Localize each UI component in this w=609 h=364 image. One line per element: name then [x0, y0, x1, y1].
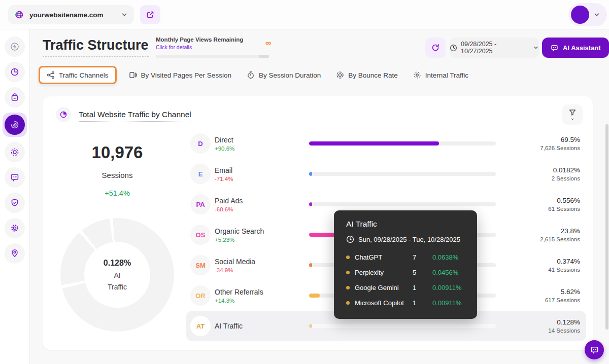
tooltip-row: ChatGPT 7 0.0638%: [346, 249, 467, 265]
traffic-donut-chart[interactable]: 0.128% AI Traffic: [60, 218, 174, 332]
clock-icon: [346, 235, 354, 243]
bullet-icon: [346, 286, 350, 289]
sidebar: [0, 29, 30, 364]
channel-bar: [309, 172, 496, 176]
pie-icon: [56, 107, 71, 122]
tab-visited-pages[interactable]: By Visited Pages Per Session: [126, 66, 234, 84]
tooltip-row: Microsoft Copilot 1 0.00911%: [346, 295, 467, 310]
traffic-radar-icon: [5, 115, 25, 135]
channel-bar: [309, 202, 496, 206]
tab-traffic-channels[interactable]: Traffic Channels: [39, 66, 117, 84]
tab-label: By Bounce Rate: [348, 71, 398, 79]
channel-bar: [309, 324, 496, 328]
channel-percent: 5.62%: [504, 288, 580, 296]
bullet-icon: [346, 271, 350, 274]
channel-name: AI Traffic: [215, 322, 301, 330]
external-link-icon: [146, 11, 154, 19]
channel-avatar: OS: [190, 225, 211, 245]
ai-assistant-button[interactable]: AI Assistant: [542, 38, 609, 58]
record-icon: [10, 147, 20, 157]
funnel-icon: [568, 108, 577, 117]
sidebar-item-ecommerce[interactable]: [5, 87, 25, 107]
sessions-summary: 10,976 Sessions +51.4%: [66, 143, 168, 197]
refresh-button[interactable]: [425, 38, 446, 58]
vertical-scrollbar[interactable]: [605, 124, 608, 330]
main-content: Traffic Structure Monthly Page Views Rem…: [30, 29, 609, 364]
channel-name: Organic Search: [215, 227, 301, 235]
shield-check-icon: [10, 198, 20, 208]
refresh-icon: [431, 43, 440, 52]
tab-session-duration[interactable]: By Session Duration: [244, 66, 324, 84]
quota-progress-used: [259, 55, 269, 58]
pie-chart-icon: [10, 67, 20, 77]
channel-percent: 69.5%: [504, 136, 580, 143]
channel-sessions: 2,615 Sessions: [504, 236, 580, 242]
card-title: Total Website Traffic by Channel: [79, 110, 191, 122]
channel-name: Social Media: [215, 258, 301, 266]
channel-percent: 0.128%: [504, 318, 580, 326]
open-site-button[interactable]: [140, 5, 160, 24]
chevron-down-icon: [121, 11, 128, 18]
bullet-icon: [346, 256, 350, 259]
sidebar-collapse-button[interactable]: [5, 37, 25, 57]
channel-avatar: OR: [190, 285, 211, 306]
bullet-icon: [346, 301, 350, 305]
globe-icon: [14, 10, 24, 20]
chevron-down-icon: [533, 45, 539, 51]
quota-label: Monthly Page Views Remaining: [156, 37, 274, 43]
sidebar-item-traffic-active[interactable]: [3, 113, 27, 137]
donut-center-line2: Traffic: [108, 283, 127, 291]
chat-bubble-icon: [10, 172, 20, 183]
chat-bubble-icon: [590, 345, 599, 355]
channel-change: +14.3%: [215, 298, 301, 304]
tab-label: Traffic Channels: [59, 71, 109, 79]
site-selector[interactable]: yourwebsitename.com: [8, 5, 134, 24]
clock-icon: [450, 44, 457, 52]
channel-avatar: SM: [190, 255, 211, 275]
pages-icon: [129, 71, 137, 79]
arrow-right-circle-icon: [10, 42, 20, 52]
quota-details-link[interactable]: Click for details: [156, 44, 274, 50]
date-range-value: 09/28/2025 - 10/27/2025: [461, 41, 529, 55]
sidebar-item-recordings[interactable]: [5, 142, 25, 162]
stopwatch-icon: [247, 71, 255, 79]
site-name: yourwebsitename.com: [29, 11, 116, 19]
quota-progress-bar: [156, 55, 269, 58]
channel-sessions: 617 Sessions: [504, 297, 580, 303]
sidebar-item-dashboard[interactable]: [5, 62, 25, 82]
sessions-label: Sessions: [66, 171, 168, 179]
sessions-total: 10,976: [66, 143, 168, 162]
ai-traffic-tooltip: AI Traffic Sun, 09/28/2025 - Tue, 10/28/…: [334, 210, 477, 319]
channel-percent: 23.8%: [504, 227, 580, 235]
channel-sessions: 14 Sessions: [504, 327, 580, 334]
page-title: Traffic Structure: [43, 38, 149, 57]
date-range-picker[interactable]: 09/28/2025 - 10/27/2025: [450, 38, 539, 58]
channel-change: +90.6%: [215, 145, 301, 152]
tab-internal-traffic[interactable]: Internal Traffic: [410, 66, 471, 84]
network-icon: [47, 71, 55, 79]
tab-label: By Session Duration: [259, 71, 321, 79]
shopping-bag-icon: [10, 92, 20, 102]
channel-row-email[interactable]: E Email -71.4% 0.0182% 2 Sessions: [186, 159, 586, 189]
tab-bounce-rate[interactable]: By Bounce Rate: [333, 66, 401, 84]
filter-button[interactable]: [562, 104, 583, 125]
sidebar-item-location[interactable]: [5, 243, 25, 264]
map-pin-icon: [10, 248, 20, 259]
channel-avatar: AT: [190, 316, 211, 336]
channel-avatar: PA: [190, 194, 211, 214]
tab-label: By Visited Pages Per Session: [141, 71, 231, 79]
help-chat-fab[interactable]: [585, 340, 604, 359]
tooltip-date-row: Sun, 09/28/2025 - Tue, 10/28/2025: [346, 235, 467, 243]
channel-sessions: 41 Sessions: [504, 267, 580, 273]
tooltip-title: AI Traffic: [346, 220, 467, 229]
channel-row-direct[interactable]: D Direct +90.6% 69.5% 7,626 Sessions: [186, 128, 586, 159]
chevron-down-icon: [570, 117, 575, 121]
sidebar-item-feedback[interactable]: [5, 167, 25, 188]
channel-sessions: 2 Sessions: [504, 175, 580, 181]
chat-icon: [550, 44, 559, 52]
sidebar-item-settings[interactable]: [5, 218, 25, 238]
channel-avatar: D: [190, 133, 211, 154]
user-menu[interactable]: [568, 3, 607, 26]
chevron-down-icon: [593, 11, 600, 18]
sidebar-item-security[interactable]: [5, 193, 25, 213]
